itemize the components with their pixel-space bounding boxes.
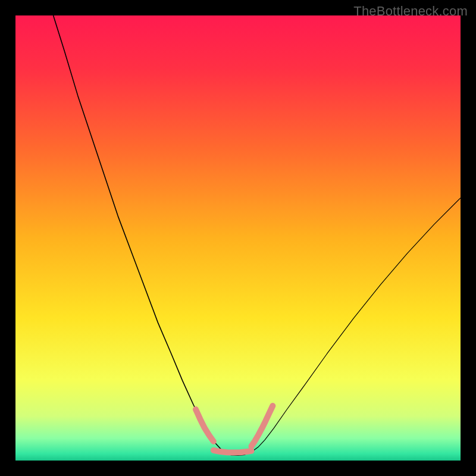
series-peach-marker-left	[196, 409, 214, 441]
watermark-text: TheBottleneck.com	[353, 4, 468, 19]
series-peach-marker-right	[251, 406, 273, 446]
plot-area	[15, 15, 461, 461]
chart-frame: TheBottleneck.com	[0, 0, 476, 476]
series-peach-marker-bottom	[214, 450, 252, 453]
series-group	[54, 15, 461, 455]
curves-layer	[15, 15, 461, 461]
series-left-branch	[54, 15, 232, 455]
